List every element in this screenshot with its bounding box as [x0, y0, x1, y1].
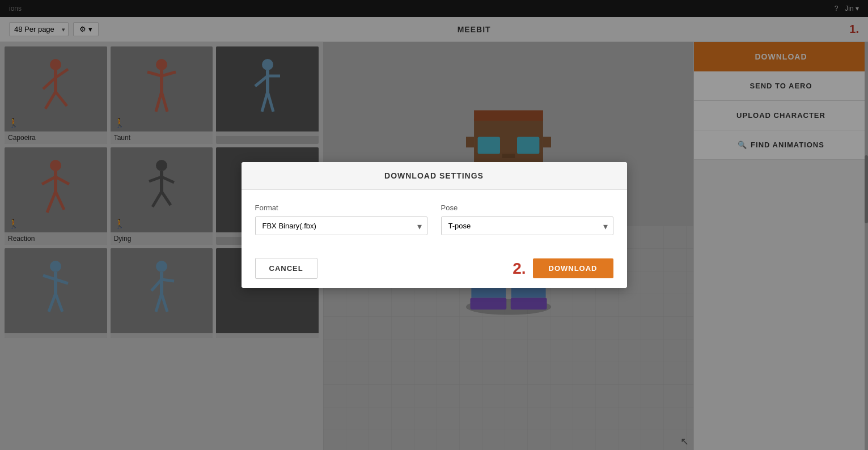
format-select-wrapper: FBX Binary(.fbx) FBX ASCII(.fbx) OBJ(.ob… — [255, 216, 427, 235]
pose-group: Pose T-pose A-pose Custom — [441, 203, 613, 235]
pose-label: Pose — [441, 203, 613, 212]
modal-download-button[interactable]: DOWNLOAD — [533, 258, 613, 278]
download-settings-modal: DOWNLOAD SETTINGS Format FBX Binary(.fbx… — [242, 162, 627, 288]
format-group: Format FBX Binary(.fbx) FBX ASCII(.fbx) … — [255, 203, 427, 235]
modal-title: DOWNLOAD SETTINGS — [242, 162, 627, 190]
format-select[interactable]: FBX Binary(.fbx) FBX ASCII(.fbx) OBJ(.ob… — [255, 216, 427, 235]
pose-select-wrapper: T-pose A-pose Custom — [441, 216, 613, 235]
cancel-button[interactable]: CANCEL — [255, 258, 317, 279]
modal-body: Format FBX Binary(.fbx) FBX ASCII(.fbx) … — [242, 190, 627, 249]
format-label: Format — [255, 203, 427, 212]
modal-overlay[interactable]: DOWNLOAD SETTINGS Format FBX Binary(.fbx… — [0, 0, 868, 450]
step-number-2: 2. — [513, 260, 526, 278]
download-area: 2. DOWNLOAD — [513, 258, 613, 278]
modal-footer: CANCEL 2. DOWNLOAD — [242, 249, 627, 288]
pose-select[interactable]: T-pose A-pose Custom — [441, 216, 613, 235]
